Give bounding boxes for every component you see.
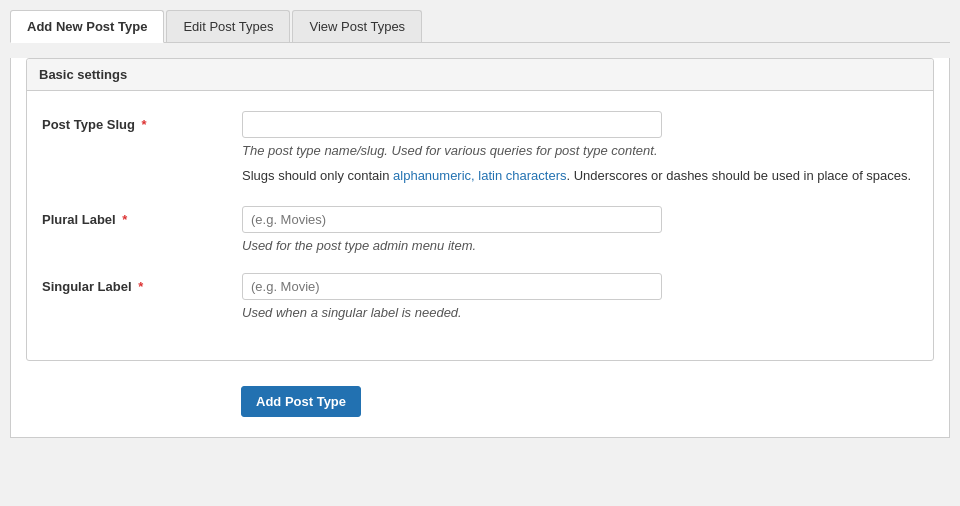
field-container-singular-label: Used when a singular label is needed. — [242, 273, 918, 320]
help-italic-post-type-slug: The post type name/slug. Used for variou… — [242, 143, 918, 158]
help-text-post-type-slug: Slugs should only contain alphanumeric, … — [242, 166, 918, 186]
input-singular-label[interactable] — [242, 273, 662, 300]
section-title: Basic settings — [27, 59, 933, 91]
form-row-post-type-slug: Post Type Slug *The post type name/slug.… — [42, 111, 918, 186]
page-wrapper: Add New Post TypeEdit Post TypesView Pos… — [0, 0, 960, 448]
required-star-post-type-slug: * — [138, 117, 147, 132]
tab-edit[interactable]: Edit Post Types — [166, 10, 290, 42]
form-row-singular-label: Singular Label *Used when a singular lab… — [42, 273, 918, 320]
section-box: Basic settings Post Type Slug *The post … — [26, 58, 934, 361]
tab-view[interactable]: View Post Types — [292, 10, 422, 42]
help-italic-singular-label: Used when a singular label is needed. — [242, 305, 918, 320]
field-container-post-type-slug: The post type name/slug. Used for variou… — [242, 111, 918, 186]
add-post-type-button[interactable]: Add Post Type — [241, 386, 361, 417]
required-star-singular-label: * — [135, 279, 144, 294]
tab-add-new[interactable]: Add New Post Type — [10, 10, 164, 43]
input-post-type-slug[interactable] — [242, 111, 662, 138]
field-label-singular-label: Singular Label * — [42, 273, 242, 294]
help-italic-plural-label: Used for the post type admin menu item. — [242, 238, 918, 253]
section-body: Post Type Slug *The post type name/slug.… — [27, 91, 933, 360]
input-plural-label[interactable] — [242, 206, 662, 233]
field-label-post-type-slug: Post Type Slug * — [42, 111, 242, 132]
field-container-plural-label: Used for the post type admin menu item. — [242, 206, 918, 253]
form-row-plural-label: Plural Label *Used for the post type adm… — [42, 206, 918, 253]
button-row: Add Post Type — [11, 376, 949, 437]
content-area: Basic settings Post Type Slug *The post … — [10, 58, 950, 438]
required-star-plural-label: * — [119, 212, 128, 227]
highlight-text: alphanumeric, latin characters — [393, 168, 566, 183]
field-label-plural-label: Plural Label * — [42, 206, 242, 227]
tab-bar: Add New Post TypeEdit Post TypesView Pos… — [10, 10, 950, 43]
